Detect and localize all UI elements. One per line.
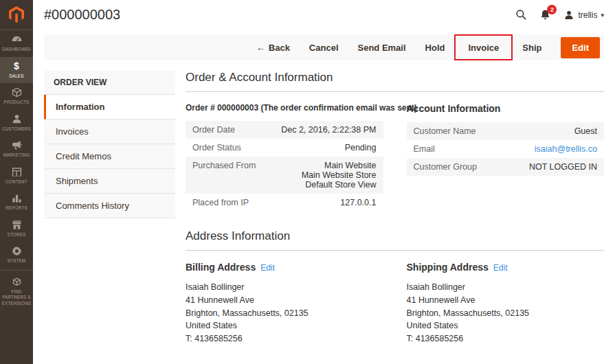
system-gear-icon [11,245,23,257]
sidebar-label: DASHBOARD [2,47,31,53]
billing-address-heading: Billing AddressEdit [186,262,383,273]
order-view-tab-comments-history[interactable]: Comments History [44,194,175,218]
products-icon [11,87,23,98]
order-view-tab-credit-memos[interactable]: Credit Memos [44,144,175,169]
order-info-table: Order Date Dec 2, 2016, 2:22:38 PM Order… [186,121,383,212]
table-row: Email isaiah@trellis.co [407,140,605,158]
order-view-title: ORDER VIEW [44,71,175,95]
find-partners-icon [11,276,23,288]
toolbar-wrap: ← Back Cancel Send Email Hold Invoice Sh… [33,30,615,60]
username: trellis [578,10,597,20]
invoice-button[interactable]: Invoice [458,37,508,58]
user-avatar-icon [563,10,574,21]
edit-button[interactable]: Edit [561,37,600,58]
ship-button[interactable]: Ship [513,37,551,58]
order-actions-toolbar: ← Back Cancel Send Email Hold Invoice Sh… [44,34,604,60]
magento-logo-icon [8,5,25,23]
header-actions: 2 trellis ▾ [515,9,604,21]
page-title: #000000003 [44,7,120,23]
sidebar-item-dashboard[interactable]: DASHBOARD [0,30,33,57]
back-button[interactable]: ← Back [247,37,300,58]
page-header: #000000003 2 trellis ▾ [33,0,615,30]
shipping-address-edit-link[interactable]: Edit [493,263,508,273]
table-row: Customer Name Guest [407,122,605,140]
order-info-column: Order # 000000003 (The order confirmatio… [186,103,383,212]
sidebar-item-stores[interactable]: STORES [0,216,33,242]
section-order-account: Order & Account Information Order # 0000… [186,71,604,212]
customers-icon [11,113,23,125]
invoice-highlight-annotation: Invoice [454,34,513,60]
table-row: Customer Group NOT LOGGED IN [407,158,605,176]
sidebar-label: MARKETING [3,152,30,159]
order-heading: Order # 000000003 (The order confirmatio… [186,103,383,113]
notifications-bell-icon[interactable]: 2 [539,9,551,21]
sidebar-label: STORES [8,232,26,238]
billing-address-text: Isaiah Bollinger 41 Hunnewell Ave Bright… [186,281,383,345]
sidebar-label: PRODUCTS [4,100,30,106]
magento-admin-app: DASHBOARD $ SALES PRODUCTS CUSTOMERS MAR… [0,0,615,364]
user-menu[interactable]: trellis ▾ [563,10,604,21]
shipping-address-heading: Shipping AddressEdit [407,262,605,273]
section-title-order-account: Order & Account Information [186,71,604,92]
account-info-column: Account Information Customer Name Guest … [407,103,605,212]
order-view-panel: ORDER VIEW Information Invoices Credit M… [44,71,175,218]
order-details: Order & Account Information Order # 0000… [186,71,604,364]
table-row: Purchased From Main Website Main Website… [186,157,383,194]
magento-logo[interactable] [0,0,33,30]
customer-email-link[interactable]: isaiah@trellis.co [535,144,597,154]
cancel-button[interactable]: Cancel [300,37,348,58]
shipping-address-column: Shipping AddressEdit Isaiah Bollinger 41… [407,262,605,345]
sidebar-item-products[interactable]: PRODUCTS [0,83,33,110]
shipping-address-text: Isaiah Bollinger 41 Hunnewell Ave Bright… [407,281,605,345]
order-view-tab-invoices[interactable]: Invoices [44,120,175,144]
main-area: #000000003 2 trellis ▾ ← [33,0,615,364]
stores-icon [11,219,23,231]
sidebar-item-marketing[interactable]: MARKETING [0,136,33,163]
notification-count-badge: 2 [547,5,557,14]
content: ORDER VIEW Information Invoices Credit M… [33,60,615,364]
reports-icon [11,192,23,204]
sidebar-item-customers[interactable]: CUSTOMERS [0,110,33,137]
section-address: Address Information Billing AddressEdit … [186,229,604,345]
sidebar-item-content[interactable]: CONTENT [0,163,33,190]
hold-button[interactable]: Hold [416,37,455,58]
order-view-tab-shipments[interactable]: Shipments [44,169,175,194]
sidebar-item-reports[interactable]: REPORTS [0,189,33,216]
sidebar-label: CONTENT [5,179,27,185]
billing-address-column: Billing AddressEdit Isaiah Bollinger 41 … [186,262,383,345]
search-icon[interactable] [515,9,527,21]
marketing-icon [11,139,23,151]
content-icon [11,166,23,178]
back-arrow-icon: ← [256,43,265,53]
sidebar-label: REPORTS [5,205,27,212]
account-info-table: Customer Name Guest Email isaiah@trellis… [407,122,605,176]
sales-icon: $ [11,60,23,72]
dashboard-icon [11,34,23,45]
sidebar-label: CUSTOMERS [2,126,31,133]
billing-address-edit-link[interactable]: Edit [260,263,275,273]
sidebar-label: SYSTEM [7,258,25,264]
sidebar-label: SALES [9,73,23,80]
sidebar: DASHBOARD $ SALES PRODUCTS CUSTOMERS MAR… [0,0,33,364]
section-title-address: Address Information [186,229,604,251]
table-row: Order Status Pending [186,139,383,157]
table-row: Order Date Dec 2, 2016, 2:22:38 PM [186,121,383,139]
sidebar-item-find-partners[interactable]: FIND PARTNERS & EXTENSIONS [0,270,33,311]
order-view-tab-information[interactable]: Information [44,95,175,120]
chevron-down-icon: ▾ [601,12,604,19]
sidebar-item-sales[interactable]: $ SALES [0,57,33,84]
account-info-heading: Account Information [407,103,605,114]
send-email-button[interactable]: Send Email [348,37,416,58]
sidebar-label: FIND PARTNERS & EXTENSIONS [1,289,32,307]
sidebar-item-system[interactable]: SYSTEM [0,242,33,269]
table-row: Placed from IP 127.0.0.1 [186,194,383,212]
